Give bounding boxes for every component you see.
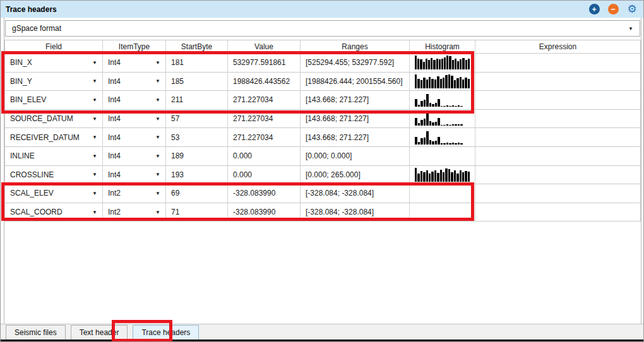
column-header-field[interactable]: Field	[5, 40, 103, 54]
field-select[interactable]: CROSSLINE▼	[5, 166, 103, 185]
itemtype-value: Int2	[108, 208, 121, 216]
startbyte-field[interactable]: 185	[166, 73, 228, 91]
value-field: 532977.591861	[228, 54, 301, 73]
tab-text-header[interactable]: Text header	[71, 325, 128, 340]
expression-field[interactable]	[475, 110, 640, 129]
itemtype-select[interactable]: Int4▼	[103, 91, 166, 110]
startbyte-field[interactable]: 57	[166, 110, 228, 129]
column-header-expression[interactable]: Expression	[475, 40, 640, 54]
histogram-chart	[415, 74, 470, 88]
histogram-bar	[438, 137, 440, 144]
histogram-bar	[420, 171, 422, 182]
histogram-bar	[435, 141, 438, 144]
histogram-bar	[415, 168, 417, 182]
field-select[interactable]: SCAL_COORD▼	[5, 203, 103, 222]
histogram-bar	[468, 172, 470, 182]
histogram-bar	[437, 76, 439, 88]
histogram-cell	[410, 166, 475, 185]
histogram-bar	[418, 142, 420, 144]
histogram-bar	[429, 174, 431, 182]
tab-seismic-files[interactable]: Seismic files	[6, 325, 66, 340]
histogram-bar	[465, 60, 467, 69]
field-select[interactable]: INLINE▼	[5, 147, 103, 166]
minus-circle-icon: −	[608, 4, 619, 15]
histogram-bar	[458, 124, 460, 126]
histogram-bar	[424, 119, 426, 126]
histogram-bar	[426, 131, 429, 144]
ranges-field: [-328.084; -328.084]	[301, 203, 410, 222]
itemtype-select[interactable]: Int4▼	[103, 128, 166, 147]
field-select[interactable]: RECEIVER_DATUM▼	[5, 128, 103, 147]
expression-field[interactable]	[475, 147, 640, 166]
field-select[interactable]: SOURCE_DATUM▼	[5, 110, 103, 129]
gear-icon: ⚙	[627, 4, 636, 15]
field-select[interactable]: BIN_Y▼	[5, 73, 103, 91]
itemtype-select[interactable]: Int4▼	[103, 147, 166, 166]
histogram-bar	[440, 79, 442, 88]
histogram-bar	[449, 56, 451, 69]
field-select[interactable]: SCAL_ELEV▼	[5, 184, 103, 203]
histogram-bar	[423, 78, 425, 88]
itemtype-select[interactable]: Int2▼	[103, 203, 166, 222]
table-header-row: FieldItemTypeStartByteValueRangesHistogr…	[5, 40, 640, 54]
startbyte-field[interactable]: 69	[166, 184, 228, 203]
chevron-down-icon: ▼	[92, 97, 97, 103]
expression-field[interactable]	[475, 91, 640, 110]
column-header-itemtype[interactable]: ItemType	[103, 40, 166, 54]
expression-field[interactable]	[475, 184, 640, 203]
field-select[interactable]: BIN_X▼	[5, 54, 103, 73]
add-header-button[interactable]: +	[588, 3, 600, 16]
chevron-down-icon: ▼	[155, 60, 160, 66]
column-header-ranges[interactable]: Ranges	[301, 40, 410, 54]
histogram-bar	[448, 74, 450, 88]
tab-trace-headers[interactable]: Trace headers	[133, 325, 199, 340]
format-selector-value: gSpace format	[12, 24, 628, 33]
histogram-bar	[436, 59, 438, 69]
startbyte-field[interactable]: 53	[166, 128, 228, 147]
column-header-histogram[interactable]: Histogram	[410, 40, 475, 54]
format-selector[interactable]: gSpace format ▼	[5, 20, 640, 37]
ranges-field: [143.668; 271.227]	[301, 110, 410, 129]
field-value: CROSSLINE	[10, 170, 54, 179]
ranges-field: [143.668; 271.227]	[301, 91, 410, 110]
expression-field[interactable]	[475, 54, 640, 73]
startbyte-field[interactable]: 181	[166, 54, 228, 73]
histogram-bar	[428, 60, 430, 69]
itemtype-select[interactable]: Int4▼	[103, 166, 166, 185]
column-header-value[interactable]: Value	[228, 40, 301, 54]
chevron-down-icon: ▼	[92, 172, 97, 177]
chevron-down-icon: ▼	[92, 191, 97, 196]
itemtype-value: Int4	[108, 133, 121, 142]
itemtype-select[interactable]: Int2▼	[103, 184, 166, 203]
expression-field[interactable]	[475, 203, 640, 222]
remove-header-button[interactable]: −	[607, 3, 619, 16]
column-header-startbyte[interactable]: StartByte	[166, 40, 228, 54]
startbyte-field[interactable]: 211	[166, 91, 228, 110]
settings-button[interactable]: ⚙	[626, 3, 638, 16]
itemtype-select[interactable]: Int4▼	[103, 73, 166, 91]
itemtype-select[interactable]: Int4▼	[103, 110, 166, 129]
histogram-bar	[443, 143, 446, 144]
field-value: SOURCE_DATUM	[10, 114, 73, 123]
startbyte-field[interactable]: 189	[166, 147, 228, 166]
histogram-chart	[415, 93, 470, 107]
trace-headers-panel: Trace headers + − ⚙ gSpace format ▼ Fiel…	[0, 0, 644, 342]
startbyte-field[interactable]: 71	[166, 203, 228, 222]
expression-field[interactable]	[475, 128, 640, 147]
field-select[interactable]: BIN_ELEV▼	[5, 91, 103, 110]
histogram-chart	[415, 112, 470, 126]
histogram-bar	[460, 170, 462, 182]
histogram-bar	[443, 106, 446, 107]
chevron-down-icon: ▼	[155, 172, 160, 177]
itemtype-select[interactable]: Int4▼	[103, 54, 166, 73]
expression-field[interactable]	[475, 166, 640, 185]
histogram-bar	[438, 118, 440, 126]
histogram-bar	[420, 59, 422, 69]
startbyte-field[interactable]: 193	[166, 166, 228, 185]
itemtype-value: Int4	[108, 58, 121, 67]
field-value: BIN_Y	[10, 77, 32, 86]
histogram-bar	[426, 94, 429, 107]
expression-field[interactable]	[475, 73, 640, 91]
histogram-bar	[420, 120, 423, 126]
histogram-bar	[454, 170, 456, 182]
